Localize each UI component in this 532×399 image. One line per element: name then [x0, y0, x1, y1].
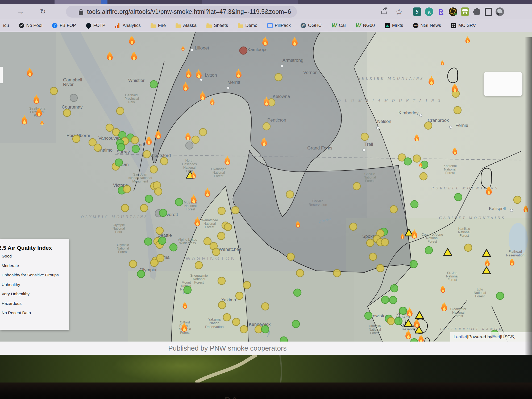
aqi-monitor-circle[interactable] [218, 232, 225, 240]
tab-segment[interactable] [202, 0, 298, 4]
bookmark-item[interactable]: fFB FOP [52, 23, 76, 28]
aqi-monitor-circle[interactable] [514, 196, 521, 203]
aqi-monitor-circle[interactable] [411, 201, 418, 208]
aqi-monitor-circle[interactable] [144, 238, 152, 245]
aqi-monitor-circle[interactable] [199, 128, 207, 136]
aqi-monitor-circle[interactable] [115, 159, 123, 166]
bookmark-item[interactable]: Mrkts [385, 23, 403, 28]
aqi-monitor-circle[interactable] [223, 314, 231, 321]
bookmark-item[interactable]: MC SRV [451, 23, 476, 28]
bookmark-item[interactable]: WOGHC [301, 23, 322, 28]
forward-button[interactable]: → [16, 6, 24, 17]
aqi-monitor-circle[interactable] [496, 292, 504, 300]
aqi-monitor-circle[interactable] [365, 312, 372, 319]
aqi-monitor-circle[interactable] [420, 173, 427, 180]
aqi-monitor-circle[interactable] [73, 135, 80, 143]
aqi-monitor-circle[interactable] [159, 237, 166, 244]
aqi-monitor-circle[interactable] [390, 206, 397, 213]
puzzle-extension-icon[interactable] [473, 7, 481, 16]
aqi-monitor-circle[interactable] [294, 289, 301, 296]
aqi-monitor-circle[interactable] [454, 106, 461, 114]
bookmark-item[interactable]: Alaska [176, 23, 197, 28]
aqi-monitor-circle[interactable] [240, 47, 247, 54]
aqi-monitor-circle[interactable] [184, 286, 191, 294]
address-bar[interactable]: tools.airfire.org/airtools/v1/pnw-smoke.… [66, 6, 297, 18]
aqi-monitor-circle[interactable] [353, 182, 360, 190]
bookmark-item[interactable]: WCal [331, 23, 346, 28]
bookmark-item[interactable]: Analytics [115, 23, 141, 28]
aqi-monitor-circle[interactable] [151, 259, 158, 267]
aqi-monitor-circle[interactable] [140, 204, 148, 212]
aqi-monitor-circle[interactable] [395, 317, 402, 325]
aqi-monitor-circle[interactable] [275, 73, 282, 81]
aqi-monitor-circle[interactable] [143, 151, 151, 158]
r-letter-extension-icon[interactable]: R [437, 7, 445, 16]
aqi-monitor-circle[interactable] [367, 239, 374, 247]
aqi-monitor-circle[interactable] [381, 239, 389, 246]
aqi-monitor-circle[interactable] [410, 260, 417, 268]
aqi-monitor-circle[interactable] [155, 188, 162, 195]
square-extension-icon[interactable] [485, 8, 492, 16]
aqi-monitor-circle[interactable] [377, 264, 384, 272]
bookmark-item[interactable]: FOTP [86, 23, 105, 28]
aqi-monitor-circle[interactable] [63, 109, 71, 117]
script-s-extension-icon[interactable]: S [413, 7, 421, 16]
bookmark-item[interactable]: Sheets [206, 23, 228, 28]
aqi-monitor-circle[interactable] [455, 193, 462, 201]
aqi-monitor-circle[interactable] [106, 124, 113, 131]
map[interactable]: CampbellRiverCourtenayPort AlberniVancou… [0, 32, 532, 342]
aqi-monitor-circle[interactable] [425, 122, 432, 129]
aqi-monitor-circle[interactable] [350, 223, 357, 230]
map-control-panel[interactable] [484, 72, 522, 96]
aqi-monitor-circle[interactable] [70, 94, 77, 102]
bookmark-item[interactable]: PillPack [267, 23, 291, 28]
aqi-monitor-circle[interactable] [464, 244, 472, 251]
aqi-monitor-circle[interactable] [145, 195, 153, 202]
aqi-monitor-circle[interactable] [404, 158, 412, 165]
aqi-monitor-circle[interactable] [381, 296, 389, 304]
aqi-monitor-circle[interactable] [213, 248, 220, 256]
aqi-monitor-circle[interactable] [224, 223, 232, 231]
url-text[interactable]: tools.airfire.org/airtools/v1/pnw-smoke.… [87, 8, 291, 15]
aqi-monitor-circle[interactable] [287, 253, 294, 260]
bookmark-item[interactable]: icu [3, 23, 9, 28]
aqi-monitor-circle[interactable] [50, 87, 57, 95]
bookmark-item[interactable]: No Pool [19, 23, 42, 28]
aqi-monitor-circle[interactable] [296, 269, 304, 277]
aqi-monitor-circle[interactable] [159, 209, 167, 217]
aqi-monitor-circle[interactable] [236, 292, 243, 300]
aqi-monitor-circle[interactable] [150, 81, 157, 88]
leaflet-link[interactable]: Leaflet [454, 334, 467, 340]
aqi-monitor-circle[interactable] [117, 143, 125, 151]
aqi-monitor-circle[interactable] [261, 326, 269, 333]
aqi-monitor-circle[interactable] [425, 247, 433, 254]
aqi-monitor-circle[interactable] [218, 207, 225, 215]
bookmark-item[interactable]: WNG00 [356, 23, 375, 28]
aqi-monitor-circle[interactable] [399, 307, 407, 314]
aqi-monitor-circle[interactable] [280, 337, 288, 342]
aqi-monitor-circle[interactable] [192, 136, 199, 143]
aqi-monitor-circle[interactable] [261, 303, 269, 310]
aqi-monitor-circle[interactable] [413, 155, 421, 162]
aqi-monitor-circle[interactable] [117, 107, 124, 115]
aqi-monitor-circle[interactable] [240, 326, 248, 333]
aqi-monitor-circle[interactable] [218, 301, 226, 309]
amazon-a-extension-icon[interactable]: a [425, 7, 433, 16]
aqi-monitor-circle[interactable] [387, 317, 395, 325]
aqi-monitor-circle[interactable] [175, 198, 183, 206]
aqi-monitor-circle[interactable] [94, 144, 101, 151]
aqi-monitor-circle[interactable] [369, 253, 377, 260]
lock-icon[interactable] [79, 9, 83, 15]
profile-avatar-icon[interactable] [496, 7, 504, 16]
reload-button[interactable]: ↻ [40, 6, 46, 17]
aqi-monitor-circle[interactable] [137, 270, 145, 278]
aqi-monitor-circle[interactable] [121, 204, 129, 212]
printer-extension-icon[interactable] [461, 7, 469, 16]
aqi-monitor-circle[interactable] [232, 318, 240, 326]
aqi-monitor-circle[interactable] [243, 281, 251, 289]
aqi-monitor-circle[interactable] [129, 260, 137, 268]
aqi-monitor-circle[interactable] [123, 185, 131, 193]
aqi-monitor-circle[interactable] [333, 269, 341, 277]
aqi-monitor-circle[interactable] [204, 238, 211, 245]
aqi-monitor-circle[interactable] [390, 285, 398, 292]
